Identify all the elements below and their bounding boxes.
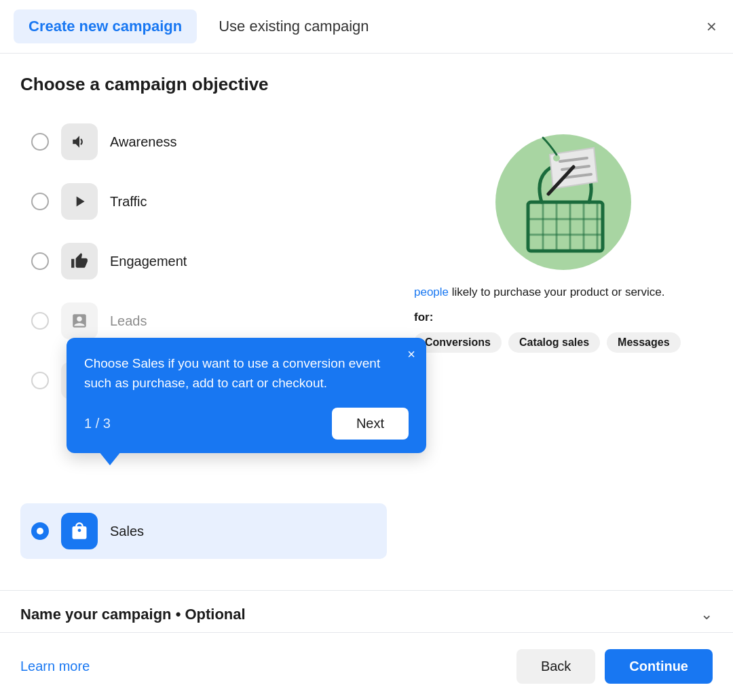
tab-use-existing-campaign[interactable]: Use existing campaign [204,9,383,43]
content-row: Awareness Traffic [20,114,713,563]
tooltip-pager: 1 / 3 [84,416,111,431]
engagement-label: Engagement [110,254,187,269]
tab-create-new-campaign[interactable]: Create new campaign [14,9,197,43]
info-link[interactable]: people [414,286,449,298]
objective-awareness[interactable]: Awareness [20,114,387,170]
info-for-label: for: [414,311,713,324]
header-tabs: Create new campaign Use existing campaig… [0,0,733,54]
continue-button[interactable]: Continue [605,649,713,684]
footer: Learn more Back Continue [0,632,733,700]
tag-messages: Messages [607,332,681,353]
engagement-icon [61,243,98,279]
tooltip-footer: 1 / 3 Next [84,408,409,440]
name-campaign-section[interactable]: Name your campaign • Optional ⌄ [0,590,733,638]
objective-engagement[interactable]: Engagement [20,233,387,289]
main-content: Choose a campaign objective Awareness [0,54,733,577]
radio-traffic[interactable] [31,193,49,210]
footer-actions: Back Continue [516,649,713,684]
traffic-label: Traffic [110,194,147,210]
radio-leads[interactable] [31,312,49,330]
info-column: people likely to purchase your product o… [400,114,713,353]
tooltip-text: Choose Sales if you want to use a conver… [84,354,409,393]
awareness-icon [61,123,98,160]
tooltip-box: × Choose Sales if you want to use a conv… [67,338,426,453]
objectives-column: Awareness Traffic [20,114,387,563]
tooltip-close-button[interactable]: × [407,347,415,361]
radio-app-promotion[interactable] [31,372,49,389]
radio-sales[interactable] [31,522,49,540]
leads-icon [61,303,98,339]
back-button[interactable]: Back [516,649,595,684]
learn-more-link[interactable]: Learn more [20,659,90,674]
sales-label: Sales [110,524,144,539]
tag-list: Conversions Catalog sales Messages [414,332,713,353]
sales-icon [61,513,98,549]
leads-label: Leads [110,313,147,329]
chevron-down-icon: ⌄ [700,606,713,623]
section-title: Choose a campaign objective [20,74,713,95]
objective-traffic[interactable]: Traffic [20,174,387,229]
tooltip-overlay: × Choose Sales if you want to use a conv… [67,338,426,453]
info-description: people likely to purchase your product o… [414,284,713,301]
radio-engagement[interactable] [31,252,49,270]
tooltip-next-button[interactable]: Next [332,408,409,440]
traffic-icon [61,183,98,220]
awareness-label: Awareness [110,134,177,150]
objective-sales[interactable]: Sales [20,503,387,559]
basket-illustration [489,121,638,270]
close-button[interactable]: × [707,18,717,35]
tag-catalog-sales: Catalog sales [508,332,600,353]
name-campaign-label: Name your campaign • Optional [20,606,246,623]
tag-conversions: Conversions [414,332,502,353]
radio-awareness[interactable] [31,133,49,151]
